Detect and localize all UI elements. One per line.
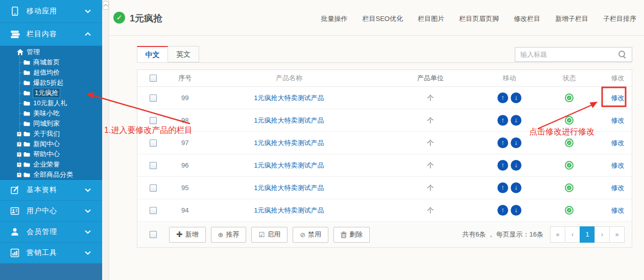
edit-link[interactable]: 修改 — [611, 94, 625, 102]
sidebar-item-marketing-tools[interactable]: 营销工具 — [0, 243, 102, 264]
move-up-button[interactable]: ↑ — [497, 115, 508, 126]
expand-plus-icon[interactable] — [17, 152, 21, 157]
status-enabled-icon[interactable]: ✓ — [565, 206, 574, 215]
action-column-images[interactable]: 栏目图片 — [418, 14, 444, 24]
move-down-button[interactable]: ↓ — [511, 182, 521, 193]
status-enabled-icon[interactable]: ✓ — [565, 161, 574, 170]
product-name-link[interactable]: 1元疯抢大特卖测试产品 — [254, 116, 324, 124]
row-checkbox[interactable] — [150, 139, 157, 147]
sidebar-tree-item-news-center[interactable]: 新闻中心 — [0, 139, 102, 149]
move-down-button[interactable]: ↓ — [511, 92, 521, 103]
search-icon[interactable] — [618, 51, 626, 58]
expand-plus-icon[interactable] — [17, 162, 21, 167]
sidebar-tree-item-company-honor[interactable]: 企业荣誉 — [0, 159, 102, 170]
sidebar-tree-item-one-yuan-selected[interactable]: 1元疯抢 — [0, 88, 102, 98]
tab-chinese[interactable]: 中文 — [137, 46, 168, 62]
sidebar-tree-item-help-center[interactable]: 帮助中心 — [0, 149, 102, 159]
status-enabled-icon[interactable]: ✓ — [565, 116, 574, 125]
edit-link[interactable]: 修改 — [611, 206, 625, 214]
sidebar-tree-item-value-price[interactable]: 超值均价 — [0, 67, 102, 78]
chevron-down-icon — [85, 9, 91, 13]
footer-select-checkbox[interactable] — [150, 231, 157, 238]
edit-link[interactable]: 修改 — [611, 184, 625, 192]
row-checkbox[interactable] — [150, 117, 157, 124]
add-button[interactable]: ✚ 新增 — [169, 227, 206, 243]
sidebar-item-mobile-app[interactable]: 移动应用 — [0, 0, 102, 23]
edit-link[interactable]: 修改 — [611, 116, 625, 124]
move-down-button[interactable]: ↓ — [511, 205, 521, 216]
expand-plus-icon[interactable] — [17, 132, 21, 136]
move-down-button[interactable]: ↓ — [511, 115, 521, 126]
action-edit-column[interactable]: 修改栏目 — [514, 14, 540, 24]
row-checkbox[interactable] — [150, 184, 157, 192]
select-all-checkbox[interactable] — [150, 75, 157, 82]
edit-link[interactable]: 修改 — [611, 161, 625, 169]
move-down-button[interactable]: ↓ — [511, 160, 521, 171]
button-label: 禁用 — [308, 230, 321, 239]
row-checkbox[interactable] — [150, 207, 157, 214]
column-header-status: 状态 — [535, 74, 604, 83]
sidebar-tree-item-half-price[interactable]: 爆款5折起 — [0, 78, 102, 88]
sidebar-tree-item-local-delivery[interactable]: 同城到家 — [0, 119, 102, 129]
expand-plus-icon[interactable] — [17, 142, 21, 147]
sidebar-scrollbar-track[interactable] — [102, 0, 109, 280]
sidebar-tree-item-about-us[interactable]: 关于我们 — [0, 129, 102, 139]
delete-button[interactable]: 删除 — [333, 227, 370, 243]
row-checkbox[interactable] — [150, 162, 157, 169]
product-name-link[interactable]: 1元疯抢大特卖测试产品 — [254, 206, 324, 214]
disable-button[interactable]: ⊘ 禁用 — [293, 227, 328, 243]
sidebar-tree-item-all-categories[interactable]: 全部商品分类 — [0, 170, 102, 180]
sidebar-item-member-management[interactable]: 会员管理 — [0, 222, 102, 243]
folder-icon — [23, 111, 30, 116]
sidebar-tree-label: 10元新人礼 — [33, 99, 67, 108]
product-name-link[interactable]: 1元疯抢大特卖测试产品 — [254, 139, 324, 147]
sidebar-item-basic-info[interactable]: 基本资料 — [0, 180, 102, 201]
search-input[interactable] — [515, 47, 632, 62]
move-up-button[interactable]: ↑ — [497, 160, 508, 171]
move-up-button[interactable]: ↑ — [497, 92, 508, 103]
action-column-header-footer[interactable]: 栏目页眉页脚 — [459, 14, 499, 24]
sidebar-tree-item-shop-home[interactable]: 商城首页 — [0, 57, 102, 67]
product-unit: 个 — [377, 161, 484, 170]
action-batch-operations[interactable]: 批量操作 — [321, 14, 348, 24]
action-sort-subcolumns[interactable]: 子栏目排序 — [603, 14, 636, 24]
sidebar-tree-item-snacks[interactable]: 美味小吃 — [0, 108, 102, 119]
page-1-button[interactable]: 1 — [580, 226, 595, 243]
move-down-button[interactable]: ↓ — [511, 137, 521, 148]
status-enabled-icon[interactable]: ✓ — [565, 183, 574, 192]
scroll-up-button[interactable] — [103, 1, 109, 10]
table-row: 98 1元疯抢大特卖测试产品 个 ↑ ↓ ✓ 修改 — [137, 109, 632, 132]
action-column-seo[interactable]: 栏目SEO优化 — [363, 14, 403, 24]
product-table: 序号 产品名称 产品单位 移动 状态 修改 99 1元疯抢大特卖测试产品 个 ↑… — [137, 69, 632, 248]
recommend-button[interactable]: ⊕ 推荐 — [211, 227, 247, 243]
sidebar-item-column-content[interactable]: 栏目内容 — [0, 23, 102, 46]
product-name-link[interactable]: 1元疯抢大特卖测试产品 — [254, 161, 324, 169]
chevron-up-icon — [103, 4, 107, 8]
sidebar-item-user-center[interactable]: 用户中心 — [0, 201, 102, 222]
status-enabled-icon[interactable]: ✓ — [565, 94, 574, 102]
enable-button[interactable]: ☑ 启用 — [251, 227, 288, 243]
page-next-button[interactable]: › — [594, 226, 610, 243]
sidebar-tree-label: 超值均价 — [33, 68, 60, 77]
move-up-button[interactable]: ↑ — [497, 182, 508, 193]
move-up-button[interactable]: ↑ — [497, 137, 508, 148]
chevron-down-icon — [85, 188, 91, 192]
sidebar-tree-item-newcomer-gift[interactable]: 10元新人礼 — [0, 98, 102, 108]
header-divider — [109, 35, 644, 36]
checkbox-check-icon: ☑ — [258, 231, 265, 239]
product-name-link[interactable]: 1元疯抢大特卖测试产品 — [254, 94, 324, 102]
table-row: 94 1元疯抢大特卖测试产品 个 ↑ ↓ ✓ 修改 — [137, 199, 632, 222]
page-prev-button[interactable]: ‹ — [565, 226, 580, 243]
table-footer: ✚ 新增 ⊕ 推荐 ☑ 启用 ⊘ 禁用 — [137, 222, 632, 247]
edit-link[interactable]: 修改 — [611, 139, 625, 147]
page-last-button[interactable]: » — [609, 226, 625, 243]
page-first-button[interactable]: « — [550, 226, 565, 243]
expand-plus-icon[interactable] — [17, 173, 21, 177]
sidebar-tree-root-manage[interactable]: 管理 — [0, 47, 102, 57]
row-checkbox[interactable] — [150, 95, 157, 102]
status-enabled-icon[interactable]: ✓ — [565, 138, 574, 147]
move-up-button[interactable]: ↑ — [497, 205, 508, 216]
product-name-link[interactable]: 1元疯抢大特卖测试产品 — [254, 184, 324, 192]
tab-english[interactable]: 英文 — [168, 46, 199, 62]
action-add-subcolumn[interactable]: 新增子栏目 — [555, 14, 588, 24]
